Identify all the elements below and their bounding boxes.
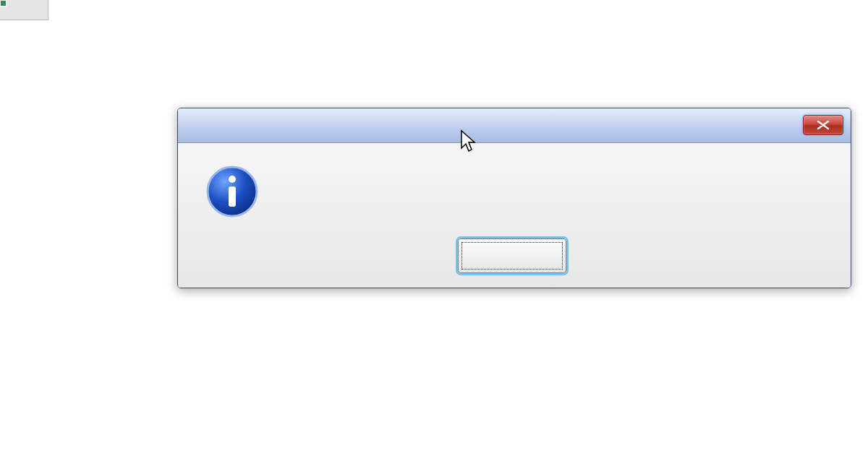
dialog-close-button[interactable] — [803, 115, 843, 135]
close-icon — [815, 120, 831, 130]
ok-button[interactable] — [458, 238, 566, 273]
svg-rect-2 — [229, 186, 236, 207]
info-icon — [205, 165, 259, 218]
dialog-body — [178, 143, 851, 288]
message-dialog — [177, 108, 851, 288]
fill-handle[interactable] — [0, 0, 7, 7]
svg-point-1 — [229, 176, 236, 183]
select-all-corner[interactable] — [0, 0, 48, 20]
dialog-titlebar[interactable] — [178, 108, 851, 143]
